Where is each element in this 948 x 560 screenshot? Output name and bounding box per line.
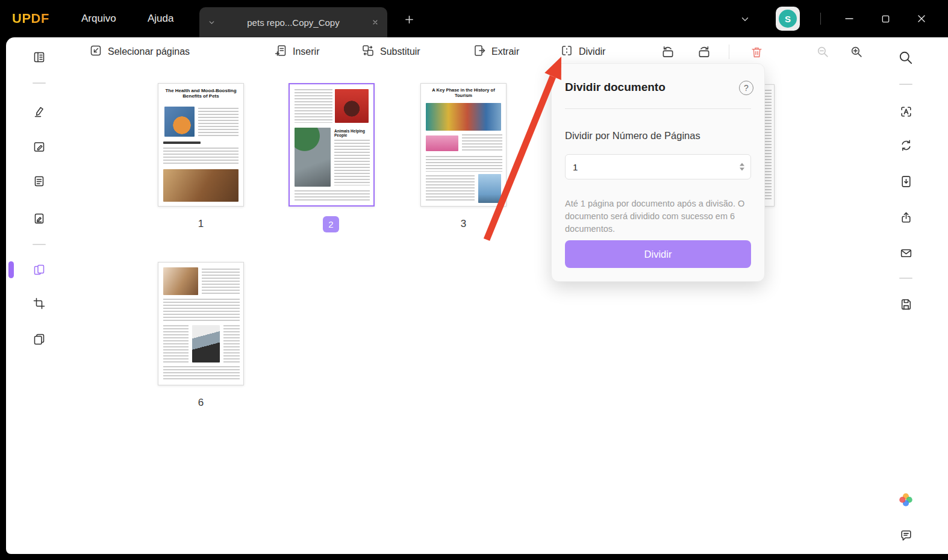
page3-pink-car-photo: [426, 135, 458, 151]
search-button[interactable]: [896, 48, 916, 68]
page2-text: [295, 89, 332, 123]
split-helper-text: Até 1 página por documento após a divisã…: [565, 198, 751, 235]
split-panel-title: Dividir documento: [565, 81, 666, 94]
sidebar-item-reader[interactable]: [28, 46, 50, 68]
insert-page-icon: [274, 44, 287, 60]
page-thumbnail-6[interactable]: [158, 262, 244, 385]
convert-button[interactable]: [896, 135, 916, 155]
rotate-left-button[interactable]: [658, 42, 678, 61]
titlebar-chevron-down-icon[interactable]: [738, 13, 752, 26]
page3-text: [462, 134, 502, 152]
zoom-out-button[interactable]: [813, 42, 832, 61]
split-page-icon: [560, 44, 573, 60]
minimize-button[interactable]: [838, 10, 860, 28]
new-tab-button[interactable]: [401, 11, 417, 27]
right-rail-divider: [899, 278, 912, 279]
page6-reading-photo: [192, 325, 220, 362]
insert-label: Inserir: [293, 46, 319, 57]
page3-number: 3: [420, 218, 507, 230]
insert-button[interactable]: Inserir: [274, 41, 319, 63]
split-label: Dividir: [579, 46, 605, 57]
sidebar-item-forms[interactable]: [28, 170, 50, 192]
page1-text: [198, 108, 239, 137]
select-pages-label: Selecionar páginas: [108, 46, 190, 57]
rotate-right-button[interactable]: [694, 42, 714, 61]
page1-headline: The Health and Mood-Boosting Benefits of…: [164, 88, 237, 99]
page2-text: [334, 140, 370, 185]
page2-cat-plant-photo: [295, 128, 331, 187]
titlebar-divider: [820, 13, 821, 25]
sidebar-item-edit-pdf[interactable]: [28, 136, 50, 158]
split-button[interactable]: Dividir: [560, 41, 605, 63]
tab-close-icon[interactable]: [370, 17, 380, 27]
split-panel-divider: [565, 108, 751, 109]
sidebar-item-copy-pages[interactable]: [28, 328, 50, 350]
page6-number: 6: [158, 397, 244, 409]
app-logo: UPDF: [12, 0, 49, 37]
document-tab[interactable]: pets repo...Copy_Copy: [199, 7, 387, 37]
page-thumbnail-1[interactable]: The Health and Mood-Boosting Benefits of…: [158, 83, 244, 207]
ocr-button[interactable]: [896, 101, 916, 122]
replace-pages-icon: [361, 44, 375, 60]
close-window-button[interactable]: [911, 10, 932, 28]
sidebar-divider: [33, 244, 46, 245]
delete-pages-button[interactable]: [747, 42, 766, 61]
page1-subhead: [163, 142, 201, 144]
stepper-down-icon[interactable]: [740, 168, 744, 171]
page2-text: [295, 190, 370, 202]
stepper-up-icon[interactable]: [740, 163, 744, 166]
page3-text: [426, 156, 502, 172]
help-icon[interactable]: ?: [739, 81, 753, 95]
page2-headline: Animals Helping People: [334, 129, 370, 138]
pages-per-doc-field[interactable]: [565, 154, 751, 179]
sidebar-item-crop[interactable]: [28, 293, 50, 314]
save-button[interactable]: [896, 293, 916, 314]
split-by-pages-label: Dividir por Número de Páginas: [565, 130, 700, 142]
account-avatar[interactable]: S: [776, 7, 800, 31]
page3-buildings-photo: [426, 103, 501, 131]
select-pages-button[interactable]: Selecionar páginas: [89, 41, 190, 63]
toolbar-divider: [729, 45, 729, 59]
share-button[interactable]: [896, 207, 916, 228]
tab-title: pets repo...Copy_Copy: [216, 17, 370, 28]
compress-button[interactable]: [896, 171, 916, 191]
page6-text: [163, 366, 240, 381]
extract-button[interactable]: Extrair: [473, 41, 519, 63]
page6-text: [163, 325, 189, 362]
page3-headline: A Key Phase in the History of Tourism: [426, 88, 501, 98]
sidebar-item-sign[interactable]: [28, 208, 50, 229]
updf-ai-icon[interactable]: [896, 490, 916, 510]
page-thumbnail-2[interactable]: Animals Helping People: [288, 83, 375, 207]
sidebar-item-annotate[interactable]: [28, 101, 50, 122]
page6-laptop-photo: [163, 267, 198, 295]
page1-number: 1: [158, 218, 244, 230]
extract-page-icon: [473, 44, 486, 60]
page3-eiffel-photo: [478, 174, 501, 203]
extract-label: Extrair: [491, 46, 519, 57]
avatar-initial: S: [779, 10, 797, 28]
page-thumbnail-3[interactable]: A Key Phase in the History of Tourism: [420, 83, 507, 207]
zoom-in-button[interactable]: [847, 42, 866, 61]
sidebar-item-organize-pages[interactable]: [28, 259, 50, 281]
titlebar: UPDF Arquivo Ajuda pets repo...Copy_Copy…: [0, 0, 948, 37]
page6-text: [223, 325, 240, 362]
tab-chevron-down-icon[interactable]: [207, 17, 216, 27]
menu-arquivo[interactable]: Arquivo: [81, 0, 116, 37]
sidebar-divider: [33, 82, 46, 84]
maximize-button[interactable]: [875, 10, 896, 28]
pages-per-doc-input[interactable]: [566, 155, 750, 179]
email-button[interactable]: [896, 243, 916, 263]
menu-ajuda[interactable]: Ajuda: [148, 0, 173, 37]
page3-text: [426, 175, 475, 202]
feedback-button[interactable]: [896, 525, 916, 546]
split-confirm-button[interactable]: Dividir: [565, 240, 751, 268]
active-tool-indicator: [8, 261, 14, 278]
page1-cat-photo: [164, 107, 195, 137]
page6-text: [202, 269, 240, 295]
page1-text: [163, 148, 239, 166]
replace-button[interactable]: Substituir: [361, 41, 420, 63]
page2-number-badge: 2: [323, 216, 339, 232]
select-pages-icon: [89, 44, 102, 60]
page2-reindeer-cat-photo: [335, 89, 369, 123]
page6-text: [163, 299, 240, 322]
